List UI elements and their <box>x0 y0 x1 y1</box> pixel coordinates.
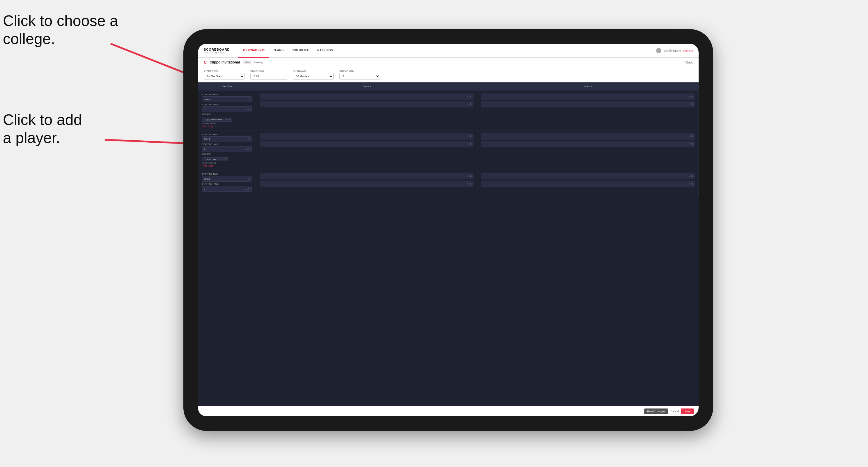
player-x-2-1[interactable]: × <box>467 135 469 138</box>
starting-time-input-3[interactable]: 10:20 ⏱ <box>202 176 252 182</box>
starting-hole-input-1[interactable]: 1 ▲▼ <box>202 106 252 112</box>
intervals-select[interactable]: 10 Minutes <box>293 73 334 80</box>
reset-button[interactable]: Reset Changes <box>644 408 668 414</box>
course-edit-1[interactable]: ✎ <box>228 119 230 121</box>
course-remove-2[interactable]: × <box>222 158 223 160</box>
player-arr-2-4[interactable]: ⇅ <box>691 143 693 145</box>
brand-c: C <box>204 60 207 65</box>
add-group-1[interactable]: + Add Group <box>202 125 252 127</box>
start-time-input[interactable] <box>250 73 287 80</box>
sign-out-link[interactable]: Sign out <box>683 49 693 52</box>
tee-time-col-3: STARTING TIME: 10:20 ⏱ STARTING HOLE: 1 … <box>198 170 256 196</box>
player-arr-1-4[interactable]: ⇅ <box>691 103 693 106</box>
starting-hole-label-1: STARTING HOLE: <box>202 103 252 105</box>
team2-col-1: × ⇅ × ⇅ <box>477 91 699 130</box>
player-x-3-3[interactable]: × <box>688 175 690 178</box>
player-x-3-1[interactable]: × <box>467 175 469 178</box>
player-row-3-3: × ⇅ <box>481 173 695 179</box>
table-header: Tee Time Team 1 Team 2 <box>198 83 699 91</box>
player-arr-3-1[interactable]: ⇅ <box>470 175 472 178</box>
user-email: blair@clippd.io <box>664 49 681 52</box>
tournament-title: Clippd Invitational <box>210 60 240 64</box>
player-arr-2-2[interactable]: ⇅ <box>470 143 472 145</box>
th-team2: Team 2 <box>477 85 699 88</box>
group-size-select[interactable]: 3 <box>339 73 380 80</box>
group-size-label: Group Size <box>339 70 380 72</box>
player-arr-1-2[interactable]: ⇅ <box>470 103 472 106</box>
course-label-2: COURSE: <box>202 153 252 155</box>
player-arr-2-1[interactable]: ⇅ <box>470 135 472 138</box>
nav-user: blair@clippd.io Sign out <box>656 48 693 53</box>
brand-logo: SCOREBOARD Powered by clippd <box>204 48 230 53</box>
team2-col-2: × ⇅ × ⇅ <box>477 130 699 170</box>
course-edit-2[interactable]: ✎ <box>225 158 226 160</box>
team1-col-1: × ⇅ × ⇅ <box>256 91 477 130</box>
tab-committee[interactable]: COMMITTEE <box>287 44 313 58</box>
th-team1: Team 1 <box>256 85 477 88</box>
player-row-3-1: × ⇅ <box>260 173 473 179</box>
group-row-2: STARTING TIME: 10:10 ⏱ STARTING HOLE: 1 … <box>198 130 699 170</box>
nav-tabs: TOURNAMENTS TEAMS COMMITTEE RANKINGS <box>238 44 656 58</box>
sub-header: C Clippd Invitational Men Hosting < Back <box>198 58 699 67</box>
player-x-1-3[interactable]: × <box>688 95 690 98</box>
tab-rankings[interactable]: RANKINGS <box>313 44 337 58</box>
player-arr-3-3[interactable]: ⇅ <box>691 175 693 178</box>
player-arr-3-2[interactable]: ⇅ <box>470 183 472 185</box>
group-row-1: STARTING TIME: 10:00 ⏱ STARTING HOLE: 1 … <box>198 91 699 130</box>
player-x-1-2[interactable]: × <box>467 103 469 106</box>
scrollable-content: STARTING TIME: 10:00 ⏱ STARTING HOLE: 1 … <box>198 91 699 406</box>
team2-col-3: × ⇅ × ⇅ <box>477 170 699 196</box>
tablet-frame: SCOREBOARD Powered by clippd TOURNAMENTS… <box>183 29 713 431</box>
add-group-2[interactable]: + Add Group <box>202 165 252 167</box>
course-label-1: COURSE: <box>202 113 252 115</box>
starting-time-input-2[interactable]: 10:10 ⏱ <box>202 136 252 142</box>
starting-time-input-1[interactable]: 10:00 ⏱ <box>202 96 252 102</box>
player-row-1-2: × ⇅ <box>260 101 473 107</box>
course-tag-2[interactable]: 🏌 East Lake GC × ✎ <box>202 157 228 161</box>
intervals-label: Intervals <box>293 70 334 72</box>
player-arr-1-1[interactable]: ⇅ <box>470 95 472 98</box>
player-row-1-4: × ⇅ <box>481 101 695 107</box>
start-time-label: Start Time <box>250 70 287 72</box>
tab-teams[interactable]: TEAMS <box>269 44 287 58</box>
player-x-3-4[interactable]: × <box>688 183 690 185</box>
player-row-2-1: × ⇅ <box>260 133 473 140</box>
annotation-player: Click to adda player. <box>3 111 82 147</box>
remove-group-2[interactable]: Remove Group <box>202 162 252 164</box>
remove-group-1[interactable]: Remove Group <box>202 122 252 124</box>
player-x-1-4[interactable]: × <box>688 103 690 106</box>
player-arr-3-4[interactable]: ⇅ <box>691 183 693 185</box>
annotation-college: Click to choose acollege. <box>3 12 118 48</box>
player-row-2-4: × ⇅ <box>481 141 695 147</box>
player-row-1-3: × ⇅ <box>481 93 695 100</box>
cancel-button[interactable]: Cancel <box>670 410 679 413</box>
player-x-3-2[interactable]: × <box>467 183 469 185</box>
avatar <box>656 48 661 53</box>
player-arr-1-3[interactable]: ⇅ <box>691 95 693 98</box>
team1-col-2: × ⇅ × ⇅ <box>256 130 477 170</box>
starting-hole-label-3: STARTING HOLE: <box>202 183 252 185</box>
player-x-2-4[interactable]: × <box>688 143 690 145</box>
starting-time-label-2: STARTING TIME: <box>202 133 252 135</box>
intervals-group: Intervals 10 Minutes <box>293 70 334 80</box>
starting-hole-input-2[interactable]: 1 ▲▼ <box>202 146 252 152</box>
player-row-1-1: × ⇅ <box>260 93 473 100</box>
th-tee-time: Tee Time <box>198 85 256 88</box>
tee-time-col-1: STARTING TIME: 10:00 ⏱ STARTING HOLE: 1 … <box>198 91 256 130</box>
course-tag-1[interactable]: 🏌 (A) Peachtree GC × ✎ <box>202 118 232 122</box>
back-button[interactable]: < Back <box>684 61 693 64</box>
hosting-label: Hosting <box>254 61 264 64</box>
starting-hole-input-3[interactable]: 1 ▲▼ <box>202 186 252 192</box>
start-type-select[interactable]: 1st Tee Start <box>204 73 245 80</box>
course-remove-1[interactable]: × <box>226 119 227 121</box>
player-arr-2-3[interactable]: ⇅ <box>691 135 693 138</box>
player-row-2-3: × ⇅ <box>481 133 695 140</box>
player-x-1-1[interactable]: × <box>467 95 469 98</box>
nav-bar: SCOREBOARD Powered by clippd TOURNAMENTS… <box>198 44 699 58</box>
save-button[interactable]: Save <box>681 408 694 414</box>
player-row-3-2: × ⇅ <box>260 181 473 187</box>
player-x-2-3[interactable]: × <box>688 135 690 138</box>
player-x-2-2[interactable]: × <box>467 143 469 145</box>
tab-tournaments[interactable]: TOURNAMENTS <box>238 44 269 58</box>
tablet-screen: SCOREBOARD Powered by clippd TOURNAMENTS… <box>198 44 699 416</box>
